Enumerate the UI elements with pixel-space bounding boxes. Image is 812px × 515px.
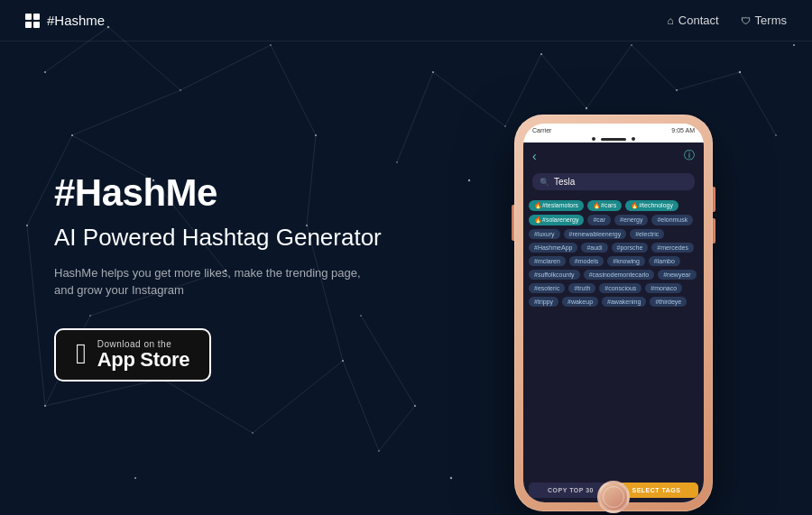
subtitle: AI Powered Hashtag Generator [54,224,451,252]
tag-item[interactable]: #truth [568,283,595,293]
tag-item[interactable]: #porsche [612,243,649,253]
tag-item[interactable]: #knowing [607,256,645,266]
home-button-inner [603,486,624,508]
navbar: #Hashme ⌂ Contact 🛡 Terms [0,0,812,41]
tag-item[interactable]: 🔥#solarenergy [529,215,584,225]
nav-links: ⌂ Contact 🛡 Terms [668,14,787,27]
contact-link[interactable]: ⌂ Contact [668,14,719,27]
tags-container: 🔥#teslamotors🔥#cars🔥#technology🔥#solaren… [523,196,704,478]
tag-item[interactable]: #conscious [599,283,641,293]
tag-item[interactable]: #HashmeApp [529,243,577,253]
tag-item[interactable]: #mercedes [651,243,694,253]
terms-label: Terms [755,14,787,27]
app-header: ‹ ⓘ [523,143,704,169]
tag-item[interactable]: #models [569,256,604,266]
tag-item[interactable]: #audi [581,243,607,253]
home-icon: ⌂ [668,14,674,27]
tag-item[interactable]: #suffolkcounty [529,270,580,280]
status-bar: Carrier 9:05 AM [523,124,704,135]
tag-item[interactable]: #newyear [658,270,696,280]
logo-text: #Hashme [47,13,105,28]
volume-up-button [713,187,715,212]
tag-item[interactable]: #elonmusk [651,215,693,225]
phone-mockup: Carrier 9:05 AM ‹ ⓘ [514,115,713,511]
tag-item[interactable]: 🔥#teslamotors [529,200,584,211]
camera-dot [592,137,595,141]
info-button[interactable]: ⓘ [684,148,695,163]
tag-item[interactable]: #trippy [529,297,558,307]
tag-item[interactable]: #casinodemontecarlo [584,270,655,280]
grid-icon [25,14,40,28]
tag-item[interactable]: #renewableenergy [564,229,627,239]
camera-dot-2 [632,137,635,141]
tag-item[interactable]: #luxury [529,229,560,239]
tag-item[interactable]: #esoteric [529,283,565,293]
right-panel: Carrier 9:05 AM ‹ ⓘ [469,78,758,511]
search-icon: 🔍 [540,178,549,187]
shield-icon: 🛡 [741,15,751,26]
home-button[interactable] [597,481,630,513]
tag-item[interactable]: #car [587,215,611,225]
tag-item[interactable]: #thirdeye [650,297,687,307]
appstore-big-text: App Store [97,349,189,371]
carrier-label: Carrier [532,127,551,133]
search-area: 🔍 Tesla [523,169,704,196]
tag-item[interactable]: 🔥#technology [625,200,678,211]
tag-item[interactable]: #awakening [602,297,646,307]
tag-item[interactable]: #monaco [645,283,682,293]
contact-label: Contact [678,14,719,27]
terms-link[interactable]: 🛡 Terms [741,14,787,27]
appstore-text: Download on the App Store [97,339,189,371]
search-value: Tesla [554,177,575,187]
volume-down-button [713,218,715,244]
power-button [512,205,514,241]
description: HashMe helps you get more likes, make th… [54,264,379,299]
left-panel: #HashMe AI Powered Hashtag Generator Has… [54,171,469,382]
phone-screen: Carrier 9:05 AM ‹ ⓘ [523,124,704,502]
tag-item[interactable]: 🔥#cars [587,200,622,211]
search-input-row[interactable]: 🔍 Tesla [532,173,695,190]
apple-icon:  [76,339,87,368]
appstore-button[interactable]:  Download on the App Store [54,328,211,382]
tag-item[interactable]: #wakeup [562,297,598,307]
phone-outer: Carrier 9:05 AM ‹ ⓘ [514,115,713,511]
back-button[interactable]: ‹ [532,149,537,163]
main-title: #HashMe [54,171,451,215]
tag-item[interactable]: #lambo [649,256,680,266]
camera-area [523,135,704,143]
speaker [601,138,626,141]
tag-item[interactable]: #mclaren [529,256,566,266]
logo: #Hashme [25,13,105,28]
time-label: 9:05 AM [671,127,695,133]
main-content: #HashMe AI Powered Hashtag Generator Has… [0,41,812,511]
tag-item[interactable]: #electric [630,229,664,239]
tag-item[interactable]: #energy [614,215,648,225]
